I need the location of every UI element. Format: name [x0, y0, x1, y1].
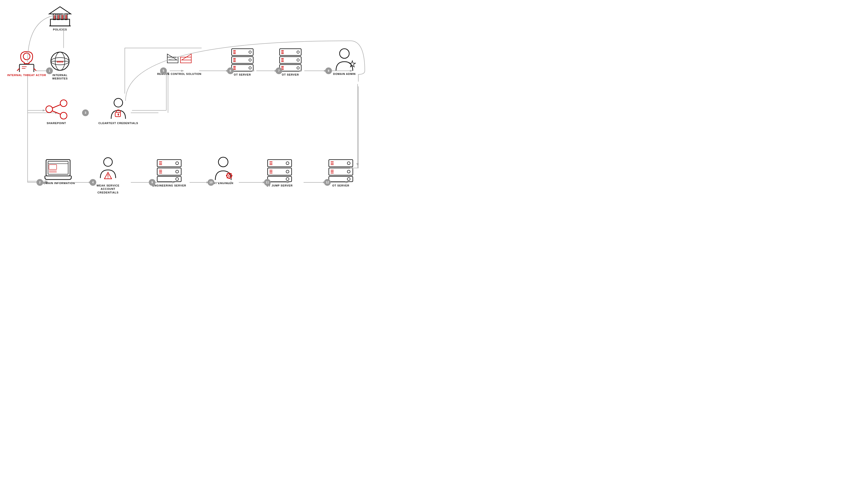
svg-point-55 — [60, 112, 67, 119]
sharepoint-node: SHAREPOINT — [43, 98, 70, 125]
ot-server-7-icon — [278, 48, 302, 72]
threat-actor-icon — [16, 50, 37, 72]
ot-jump-server-label: OT JUMP SERVER — [266, 184, 292, 187]
svg-point-26 — [23, 53, 30, 60]
svg-point-80 — [249, 67, 251, 69]
internal-websites-label: INTERNALWEBSITES — [52, 73, 68, 80]
attack-diagram: INTERNAL THREAT ACTOR 1 — [0, 0, 432, 252]
ot-server-12-node: OT SERVER — [327, 158, 354, 187]
svg-rect-146 — [329, 176, 353, 182]
cleartext-credentials-icon — [105, 96, 132, 120]
weak-service-node: WEAK SERVICEACCOUNTCREDENTIALS — [94, 156, 122, 194]
ot-server-7-node: OT SERVER — [278, 48, 302, 76]
svg-rect-27 — [20, 64, 34, 72]
svg-point-79 — [249, 59, 251, 61]
svg-rect-111 — [157, 176, 181, 182]
svg-point-95 — [297, 67, 299, 69]
svg-point-93 — [297, 51, 299, 53]
weak-service-label: WEAK SERVICEACCOUNTCREDENTIALS — [96, 184, 119, 194]
step-10-circle: 10 — [208, 179, 214, 186]
step-3-circle: 3 — [82, 109, 89, 116]
svg-rect-126 — [226, 175, 227, 176]
svg-rect-130 — [227, 177, 228, 179]
ot-server-6-icon — [230, 48, 254, 72]
svg-point-121 — [218, 157, 228, 167]
step-2-circle: 2 — [36, 179, 43, 186]
svg-point-143 — [286, 178, 289, 180]
svg-rect-127 — [231, 175, 232, 176]
ot-engineer-label: OT ENGINEER — [213, 181, 233, 185]
svg-rect-131 — [230, 177, 232, 179]
svg-text:www: www — [56, 60, 64, 63]
cleartext-credentials-label: CLEARTEXT CREDENTIALS — [98, 121, 138, 125]
svg-point-142 — [286, 170, 289, 173]
sharepoint-label: SHAREPOINT — [47, 121, 66, 125]
connector-lines — [0, 0, 432, 252]
svg-point-119 — [176, 170, 179, 173]
step-12-circle: 12 — [324, 179, 331, 186]
svg-rect-101 — [49, 165, 57, 169]
policies-icon — [48, 5, 72, 26]
step-7-circle: 7 — [276, 68, 282, 74]
ot-server-12-icon — [327, 158, 354, 182]
svg-point-105 — [104, 158, 112, 166]
svg-point-120 — [176, 178, 179, 180]
domain-admin-label: DOMAIN ADMIN — [333, 72, 356, 75]
arrow-overlay — [0, 0, 432, 252]
svg-rect-98 — [46, 159, 70, 176]
remote-control-icon — [164, 49, 195, 71]
svg-rect-99 — [48, 161, 68, 174]
ot-server-6-label: OT SERVER — [234, 73, 251, 76]
step-9-circle: 9 — [149, 179, 156, 186]
svg-marker-38 — [49, 7, 71, 14]
svg-point-60 — [118, 113, 119, 115]
svg-point-53 — [60, 100, 67, 107]
engineering-server-node: ENGINEERING SERVER — [152, 158, 186, 187]
policies-node: POLICIES — [48, 5, 72, 31]
svg-line-56 — [52, 105, 60, 108]
weak-service-icon — [94, 156, 122, 182]
svg-rect-124 — [228, 172, 230, 174]
svg-point-154 — [347, 170, 350, 173]
internal-websites-node: www INTERNALWEBSITES — [48, 50, 72, 80]
internal-threat-actor-node: INTERNAL THREAT ACTOR — [7, 50, 46, 77]
svg-point-118 — [176, 162, 179, 165]
ot-jump-server-icon — [266, 158, 293, 182]
svg-marker-17 — [357, 163, 359, 166]
step-1-circle: 1 — [46, 68, 53, 74]
step-11-circle: 11 — [264, 179, 271, 186]
svg-point-94 — [297, 59, 299, 61]
step-4-circle: 4 — [89, 179, 96, 186]
svg-point-155 — [347, 178, 350, 180]
ot-engineer-icon — [210, 156, 237, 180]
svg-line-57 — [52, 111, 60, 114]
domain-information-label: DOMAIN INFORMATION — [41, 181, 75, 185]
ot-server-7-label: OT SERVER — [282, 73, 299, 76]
ot-engineer-node: OT ENGINEER — [210, 156, 237, 185]
svg-point-96 — [339, 49, 349, 58]
engineering-server-label: ENGINEERING SERVER — [152, 184, 186, 187]
sharepoint-icon — [43, 98, 70, 120]
svg-point-78 — [249, 51, 251, 53]
svg-point-123 — [228, 175, 230, 177]
svg-point-58 — [114, 98, 123, 107]
domain-admin-icon — [331, 47, 358, 71]
step-6-circle: 6 — [227, 68, 234, 74]
step-8-circle: 8 — [325, 68, 332, 74]
ot-server-6-node: OT SERVER — [230, 48, 254, 76]
domain-information-icon — [44, 158, 72, 180]
cleartext-credentials-node: CLEARTEXT CREDENTIALS — [98, 96, 138, 125]
svg-rect-33 — [50, 19, 70, 26]
ot-server-12-label: OT SERVER — [332, 184, 349, 187]
svg-rect-125 — [228, 178, 230, 179]
internal-threat-actor-label: INTERNAL THREAT ACTOR — [7, 73, 46, 77]
svg-point-153 — [347, 162, 350, 165]
step-5-circle: 5 — [160, 68, 167, 74]
domain-information-node: DOMAIN INFORMATION — [41, 158, 75, 185]
domain-admin-node: DOMAIN ADMIN — [331, 47, 358, 75]
engineering-server-icon — [156, 158, 182, 182]
svg-point-54 — [46, 106, 52, 112]
svg-point-141 — [286, 162, 289, 165]
svg-point-108 — [108, 178, 108, 178]
svg-rect-134 — [267, 176, 291, 182]
